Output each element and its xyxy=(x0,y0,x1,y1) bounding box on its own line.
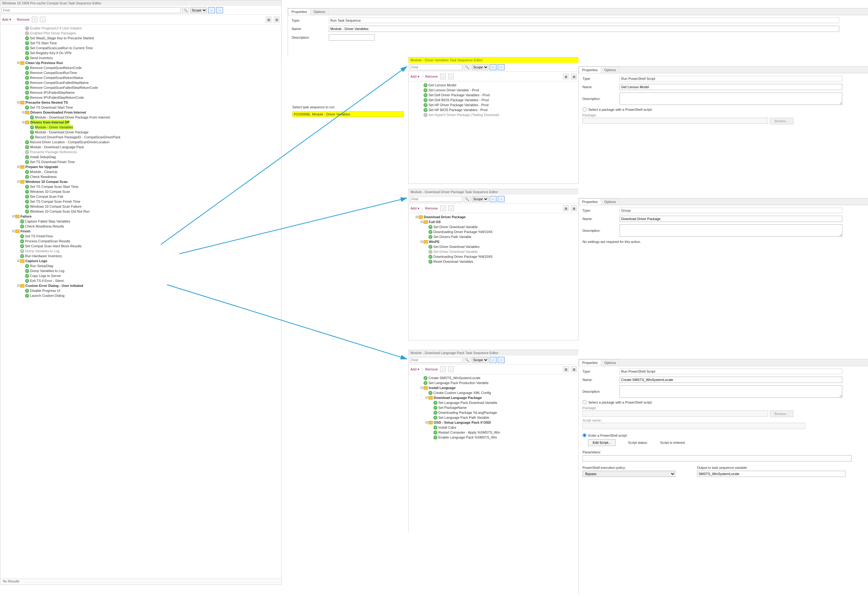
tree-row[interactable]: ✓Set Language Pack Download Variable xyxy=(410,400,578,405)
tree-tool-icon[interactable]: ▦ xyxy=(563,367,569,372)
remove-button[interactable]: Remove xyxy=(425,367,438,371)
tree-row[interactable]: ✓Remove CompatScanFailedStepName xyxy=(1,80,281,85)
tree-row[interactable]: ✓Create Custom Language XML Config xyxy=(410,390,578,395)
tree-row[interactable]: ⊟Drivers from Internal DP xyxy=(1,120,281,125)
tree-row[interactable]: ✓Module - Driver Variables xyxy=(1,125,281,130)
tree-row[interactable]: ✓Set TS FinishTime xyxy=(1,234,281,239)
tree-row[interactable]: ✓Set Dell BIOS Package Variables - Prod xyxy=(410,98,578,102)
name-input[interactable] xyxy=(620,84,842,90)
tree-row[interactable]: ✓Restart Computer - Apply %SMSTS_Win xyxy=(410,430,578,435)
move-down-icon[interactable]: ↓ xyxy=(40,17,46,22)
tree-row[interactable]: ⊟Download Driver Package xyxy=(410,214,578,220)
remove-button[interactable]: Remove xyxy=(425,206,438,210)
tree-row[interactable]: ⊟Install Language xyxy=(410,385,578,390)
tree-tool-2-icon[interactable]: ▦ xyxy=(274,17,279,22)
move-up-icon[interactable]: ↑ xyxy=(440,74,446,79)
find-prev-button[interactable]: ← xyxy=(490,357,496,363)
tree-row[interactable]: ✓Create SMSTS_WinSystemLocale xyxy=(410,376,578,380)
tab-options[interactable]: Options xyxy=(601,359,619,366)
tab-properties[interactable]: Properties xyxy=(288,8,310,15)
find-next-button[interactable]: → xyxy=(498,357,505,363)
tab-properties[interactable]: Properties xyxy=(579,359,601,366)
expand-toggle-icon[interactable]: ⊟ xyxy=(16,283,20,288)
tree-row[interactable]: ⊟Finish xyxy=(1,229,281,234)
editor-c-tree[interactable]: ⊟Download Driver Package⊟Full OS✓Set Dri… xyxy=(409,213,578,265)
expand-toggle-icon[interactable]: ⊟ xyxy=(420,239,424,244)
tree-row[interactable]: ✓Run Hardware Inventory xyxy=(1,254,281,258)
tree-row[interactable]: ⊟Download Language Package xyxy=(410,395,578,400)
find-next-button[interactable]: → xyxy=(216,7,223,13)
tree-tool-1-icon[interactable]: ▦ xyxy=(266,17,271,22)
output-input[interactable] xyxy=(697,471,846,477)
add-button[interactable]: Add ▾ xyxy=(410,206,419,211)
tree-row[interactable]: ✓Set Lenovo Driver Variable - Prod xyxy=(410,88,578,92)
tree-row[interactable]: ✓Downloading Driver Package %W10X6 xyxy=(410,229,578,234)
tab-properties[interactable]: Properties xyxy=(579,198,601,205)
tree-row[interactable]: ✓Downloading Package %LangPackage xyxy=(410,410,578,415)
editor-b-find[interactable] xyxy=(410,64,462,70)
tree-row[interactable]: ✓Process CompatScan Results xyxy=(1,239,281,244)
search-icon[interactable]: 🔍 xyxy=(464,64,471,70)
tree-row[interactable]: ✓Run SetupDiag xyxy=(1,263,281,268)
search-icon[interactable]: 🔍 xyxy=(464,357,471,363)
selected-ts[interactable]: PS20006E, Module - Driver Variables xyxy=(292,111,404,117)
tree-row[interactable]: ✓Windows 10 Compat Scan xyxy=(1,189,281,194)
tree-row[interactable]: ⊟Drivers Downloaded From Internet xyxy=(1,110,281,115)
tree-row[interactable]: ✓Set WaaS_Stage Key to Precache Started xyxy=(1,36,281,40)
add-button[interactable]: Add ▾ xyxy=(410,367,419,371)
expand-toggle-icon[interactable]: ⊟ xyxy=(420,220,424,224)
radio-enter-script[interactable] xyxy=(582,433,587,437)
tree-row[interactable]: ✓Set Language Pack Production Variable xyxy=(410,380,578,385)
params-input[interactable] xyxy=(582,455,852,462)
expand-toggle-icon[interactable]: ⊟ xyxy=(16,258,20,263)
tree-row[interactable]: ✓Get Lenovo Model xyxy=(410,83,578,88)
tree-row[interactable]: ✓Set Driver Download Variable xyxy=(410,224,578,229)
tree-row[interactable]: ✓Module - Download Driver Package xyxy=(1,130,281,135)
expand-toggle-icon[interactable]: ⊟ xyxy=(16,164,20,169)
tree-row[interactable]: ✓Enable Language Pack %SMSTS_Win xyxy=(410,435,578,440)
tab-options[interactable]: Options xyxy=(601,67,619,73)
tab-options[interactable]: Options xyxy=(601,198,619,205)
tree-tool-icon[interactable]: ▦ xyxy=(571,205,576,211)
tree-row[interactable]: ✓Set Drivers Path Variable xyxy=(410,234,578,239)
tree-row[interactable]: ✓Set Compat Scan Fail xyxy=(1,194,281,199)
editor-d-find[interactable] xyxy=(410,357,462,363)
expand-toggle-icon[interactable]: ⊟ xyxy=(425,420,428,425)
expand-toggle-icon[interactable]: ⊟ xyxy=(12,214,15,219)
find-prev-button[interactable]: ← xyxy=(490,64,496,70)
editor-c-find[interactable] xyxy=(410,196,462,202)
tree-row[interactable]: ✓Set Driver Download Variable xyxy=(410,249,578,254)
tree-row[interactable]: ⊟Failure xyxy=(1,214,281,219)
search-icon[interactable]: 🔍 xyxy=(182,7,189,13)
tree-row[interactable]: ✓Set HP Driver Package Variables - Prod xyxy=(410,102,578,107)
tree-row[interactable]: ✓Set HyperV Driver Package (Testing Down… xyxy=(410,112,578,117)
expand-toggle-icon[interactable]: ⊟ xyxy=(16,179,20,184)
editor-b-tree[interactable]: ✓Get Lenovo Model✓Set Lenovo Driver Vari… xyxy=(409,82,578,119)
tree-row[interactable]: ✓Set PackageName xyxy=(410,405,578,410)
tree-tool-icon[interactable]: ▦ xyxy=(563,74,569,79)
browse-button[interactable]: Browse... xyxy=(770,117,794,125)
tree-row[interactable]: ✓Record Driver Location - CompatScanDriv… xyxy=(1,140,281,144)
move-up-icon[interactable]: ↑ xyxy=(440,367,446,372)
ts-tree[interactable]: ✓Enable ProgressUI if User Initated✓Enab… xyxy=(0,24,281,569)
tree-row[interactable]: ⊟OSD - Setup Language Pack if OSD xyxy=(410,420,578,425)
expand-toggle-icon[interactable]: ⊟ xyxy=(425,395,428,400)
add-button[interactable]: Add ▾ xyxy=(2,18,11,22)
tree-row[interactable]: ⊟Windows 10 Compat Scan xyxy=(1,179,281,184)
tree-row[interactable]: ✓Set Language Pack Path Variable xyxy=(410,415,578,420)
editor-d-scope[interactable]: Scope xyxy=(472,357,489,363)
find-next-button[interactable]: → xyxy=(498,196,505,202)
editor-d-tree[interactable]: ✓Create SMSTS_WinSystemLocale✓Set Langua… xyxy=(409,374,578,441)
find-input[interactable] xyxy=(1,7,181,13)
tree-row[interactable]: ✓Set TS Compat Scan Start Time xyxy=(1,184,281,189)
tree-row[interactable]: ✓Set Driver Download Variables xyxy=(410,244,578,249)
tree-row[interactable]: ✓Set CompatScanLastRun to Current Time xyxy=(1,46,281,50)
policy-select[interactable]: Bypass xyxy=(582,471,675,477)
browse-button[interactable]: Browse... xyxy=(770,410,794,417)
find-prev-button[interactable]: ← xyxy=(490,196,496,202)
tab-properties[interactable]: Properties xyxy=(579,67,601,73)
tree-row[interactable]: ✓Set Compat Scan Hard Block Results xyxy=(1,244,281,248)
tree-row[interactable]: ⊟Full OS xyxy=(410,220,578,224)
tree-tool-icon[interactable]: ▦ xyxy=(571,74,576,79)
tree-row[interactable]: ⊟Capture Logs xyxy=(1,258,281,263)
